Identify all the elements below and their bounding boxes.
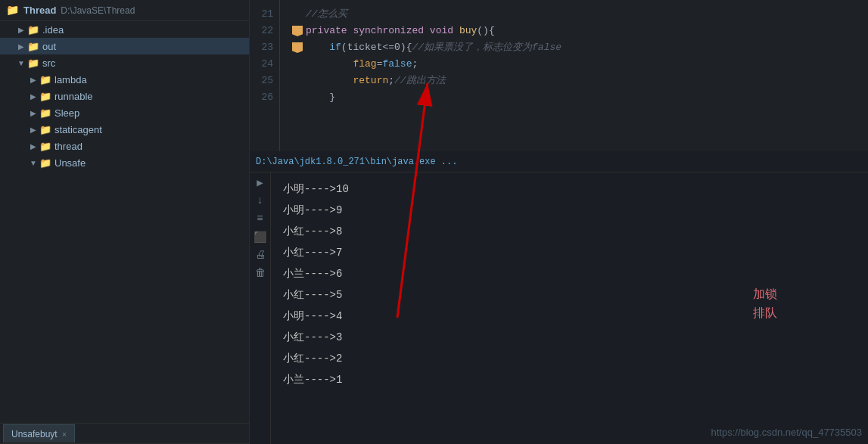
arrow-thread: ▶: [27, 142, 39, 151]
tree-item-lambda[interactable]: ▶ 📁 lambda: [0, 71, 249, 88]
folder-icon-src: 📁: [27, 57, 39, 69]
sidebar: 📁 Thread D:\JavaSE\Thread ▶ 📁 .idea ▶ 📁 …: [0, 0, 250, 444]
code-content-21: //怎么买: [306, 6, 347, 23]
code-line-23: if(ticket<=0){//如果票没了，标志位变为false: [292, 39, 856, 56]
folder-icon-sleep: 📁: [39, 107, 51, 119]
tree-item-thread[interactable]: ▶ 📁 thread: [0, 138, 249, 154]
arrow-sleep: ▶: [27, 109, 39, 117]
code-line-26: }: [292, 89, 856, 106]
arrow-unsafe: ▼: [27, 159, 39, 167]
line-num-24: 24: [250, 56, 273, 73]
label-staticagent: staticagent: [54, 124, 102, 135]
sidebar-header: 📁 Thread D:\JavaSE\Thread: [0, 0, 249, 21]
bookmark-24: [292, 59, 303, 70]
tab-bar: Unsafebuyt ×: [0, 423, 249, 444]
code-content-23: if(ticket<=0){//如果票没了，标志位变为false: [306, 39, 562, 56]
folder-icon-thread: 📁: [39, 141, 51, 152]
code-content-22: private synchronized void buy(){: [306, 23, 495, 39]
code-area: //怎么买 private synchronized void buy(){ i…: [280, 0, 868, 151]
annotation-area: 加锁 排队: [753, 284, 777, 323]
console-line-5: 小兰---->6: [283, 263, 856, 284]
tree-item-staticagent[interactable]: ▶ 📁 staticagent: [0, 121, 249, 138]
console-run-path: D:\Java\jdk1.8.0_271\bin\java.exe ...: [256, 157, 457, 167]
code-line-24: flag=false;: [292, 56, 856, 73]
console-line-9: 小红---->2: [283, 348, 856, 369]
line-num-21: 21: [250, 6, 273, 23]
console-sidebar: ▶ ↓ ≡ ⬛ 🖨 🗑: [250, 172, 271, 444]
tree-item-out[interactable]: ▶ 📁 out: [0, 38, 249, 54]
folder-icon-idea: 📁: [27, 24, 39, 36]
tree-item-sleep[interactable]: ▶ 📁 Sleep: [0, 104, 249, 121]
console-toolbar: D:\Java\jdk1.8.0_271\bin\java.exe ...: [250, 151, 868, 172]
console-output: 小明---->10 小明---->9 小红---->8 小红---->7 小兰-…: [271, 172, 868, 444]
line-num-26: 26: [250, 89, 273, 106]
code-line-25: return;//跳出方法: [292, 73, 856, 89]
folder-icon-unsafe: 📁: [39, 157, 51, 169]
console-print-icon[interactable]: 🖨: [254, 248, 267, 262]
tree-item-idea[interactable]: ▶ 📁 .idea: [0, 21, 249, 38]
code-content-25: return;//跳出方法: [306, 73, 446, 89]
console-trash-icon[interactable]: 🗑: [254, 266, 267, 280]
label-thread: thread: [54, 141, 82, 152]
tab-close-btn[interactable]: ×: [62, 430, 67, 439]
folder-icon-lambda: 📁: [39, 74, 51, 85]
bookmark-26: [292, 92, 303, 103]
folder-icon-out: 📁: [27, 41, 39, 52]
console-scroll-down-icon[interactable]: ↓: [254, 194, 267, 207]
tab-label: Unsafebuyt: [11, 429, 58, 439]
console-panel: D:\Java\jdk1.8.0_271\bin\java.exe ... ▶ …: [250, 151, 868, 444]
tree-item-runnable[interactable]: ▶ 📁 runnable: [0, 88, 249, 104]
console-play-icon[interactable]: ▶: [254, 175, 267, 189]
line-num-22: 22: [250, 23, 273, 39]
watermark: https://blog.csdn.net/qq_47735503: [711, 427, 863, 438]
project-icon: 📁: [6, 4, 19, 17]
console-line-10: 小兰---->1: [283, 369, 856, 390]
console-align-icon[interactable]: ⬛: [254, 230, 267, 244]
tree-item-src[interactable]: ▼ 📁 src: [0, 54, 249, 71]
bookmark-21: [292, 9, 303, 20]
bookmark-23: [292, 42, 303, 53]
project-name: Thread: [23, 5, 56, 16]
line-numbers: 21 22 23 24 25 26: [250, 0, 280, 151]
console-line-8: 小红---->3: [283, 327, 856, 348]
console-wrap-icon[interactable]: ≡: [254, 212, 267, 225]
folder-icon-runnable: 📁: [39, 91, 51, 102]
annotation-line2: 排队: [753, 303, 777, 323]
bookmark-25: [292, 76, 303, 86]
arrow-src: ▼: [15, 59, 27, 67]
annotation-line1: 加锁: [753, 284, 777, 304]
code-content-24: flag=false;: [306, 56, 418, 73]
label-src: src: [42, 57, 55, 69]
line-num-23: 23: [250, 39, 273, 56]
arrow-runnable: ▶: [27, 92, 39, 101]
bookmark-22: [292, 26, 303, 36]
tree-item-unsafe[interactable]: ▼ 📁 Unsafe: [0, 154, 249, 171]
code-line-21: //怎么买: [292, 6, 856, 23]
code-line-22: private synchronized void buy(){: [292, 23, 856, 39]
code-content-26: }: [306, 89, 335, 106]
label-idea: .idea: [42, 24, 64, 36]
label-runnable: runnable: [54, 91, 93, 102]
label-lambda: lambda: [54, 74, 87, 85]
label-out: out: [42, 41, 56, 52]
project-path: D:\JavaSE\Thread: [61, 5, 135, 16]
tab-unsafebuyt[interactable]: Unsafebuyt ×: [3, 424, 75, 442]
code-editor: 21 22 23 24 25 26 //怎么买 private synchron…: [250, 0, 868, 151]
console-line-3: 小红---->8: [283, 221, 856, 242]
label-unsafe: Unsafe: [54, 157, 86, 169]
label-sleep: Sleep: [54, 107, 79, 119]
arrow-staticagent: ▶: [27, 126, 39, 134]
console-line-2: 小明---->9: [283, 200, 856, 221]
arrow-lambda: ▶: [27, 76, 39, 84]
main-area: 21 22 23 24 25 26 //怎么买 private synchron…: [250, 0, 868, 444]
arrow-idea: ▶: [15, 26, 27, 34]
line-num-25: 25: [250, 73, 273, 89]
arrow-out: ▶: [15, 42, 27, 51]
folder-icon-staticagent: 📁: [39, 124, 51, 135]
console-line-4: 小红---->7: [283, 242, 856, 263]
console-line-1: 小明---->10: [283, 179, 856, 200]
